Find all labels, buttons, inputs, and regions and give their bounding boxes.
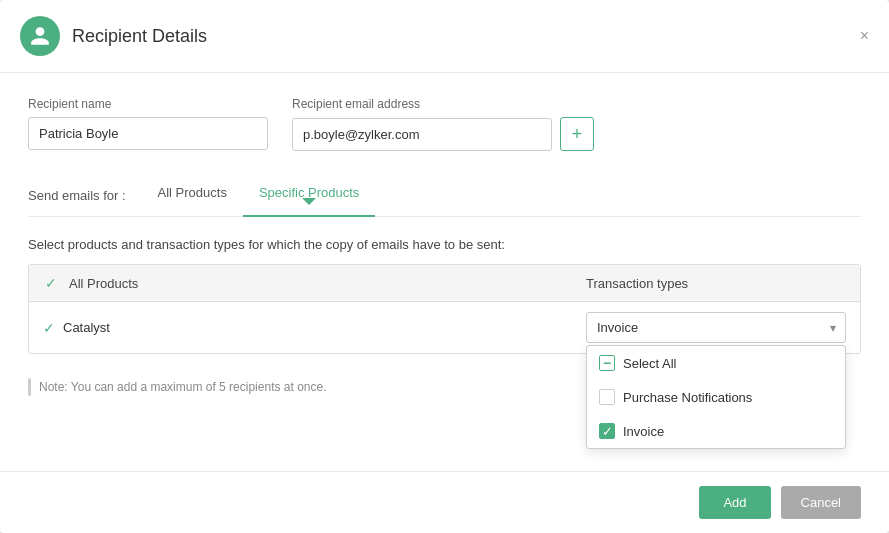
select-all-check: −: [599, 355, 615, 371]
row-product-cell: ✓ Catalyst: [43, 320, 586, 336]
recipient-details-modal: Recipient Details × Recipient name Recip…: [0, 0, 889, 533]
header-check-icon: ✓: [43, 275, 59, 291]
modal-header: Recipient Details ×: [0, 0, 889, 73]
send-emails-label: Send emails for :: [28, 188, 126, 203]
tab-group: All Products Specific Products: [142, 175, 376, 216]
modal-title: Recipient Details: [72, 26, 207, 47]
person-icon: [29, 25, 51, 47]
dropdown-item-invoice[interactable]: ✓ Invoice: [587, 414, 845, 448]
form-row: Recipient name Recipient email address +: [28, 97, 861, 151]
recipient-name-group: Recipient name: [28, 97, 268, 151]
dropdown-item-select-all[interactable]: − Select All: [587, 346, 845, 380]
tab-all-products[interactable]: All Products: [142, 175, 243, 217]
invoice-check: ✓: [599, 423, 615, 439]
table-row: ✓ Catalyst Invoice − Select All: [29, 302, 860, 353]
email-row: +: [292, 117, 594, 151]
row-transaction-cell: Invoice − Select All Purchase Notificati…: [586, 312, 846, 343]
modal-footer: Add Cancel: [0, 471, 889, 533]
select-all-label: Select All: [623, 356, 676, 371]
send-emails-row: Send emails for : All Products Specific …: [28, 175, 861, 217]
modal-body: Recipient name Recipient email address +…: [0, 73, 889, 471]
purchase-notifications-check: [599, 389, 615, 405]
product-column-header: All Products: [69, 276, 586, 291]
transaction-select-wrapper: Invoice: [586, 312, 846, 343]
transaction-select[interactable]: Invoice: [586, 312, 846, 343]
avatar: [20, 16, 60, 56]
recipient-name-input[interactable]: [28, 117, 268, 150]
close-button[interactable]: ×: [856, 24, 873, 48]
recipient-name-label: Recipient name: [28, 97, 268, 111]
dropdown-item-purchase-notifications[interactable]: Purchase Notifications: [587, 380, 845, 414]
purchase-notifications-label: Purchase Notifications: [623, 390, 752, 405]
transaction-dropdown: − Select All Purchase Notifications ✓ In…: [586, 345, 846, 449]
note-bar: [28, 378, 31, 396]
transaction-column-header: Transaction types: [586, 276, 846, 291]
recipient-email-group: Recipient email address +: [292, 97, 594, 151]
products-table: ✓ All Products Transaction types ✓ Catal…: [28, 264, 861, 354]
tab-specific-products[interactable]: Specific Products: [243, 175, 375, 217]
table-header: ✓ All Products Transaction types: [29, 265, 860, 302]
add-email-button[interactable]: +: [560, 117, 594, 151]
cancel-button[interactable]: Cancel: [781, 486, 861, 519]
invoice-label: Invoice: [623, 424, 664, 439]
recipient-email-input[interactable]: [292, 118, 552, 151]
recipient-email-label: Recipient email address: [292, 97, 594, 111]
section-description: Select products and transaction types fo…: [28, 237, 861, 252]
add-button[interactable]: Add: [699, 486, 770, 519]
row-check-icon: ✓: [43, 320, 55, 336]
note-text: Note: You can add a maximum of 5 recipie…: [39, 380, 327, 394]
row-product-name: Catalyst: [63, 320, 110, 335]
